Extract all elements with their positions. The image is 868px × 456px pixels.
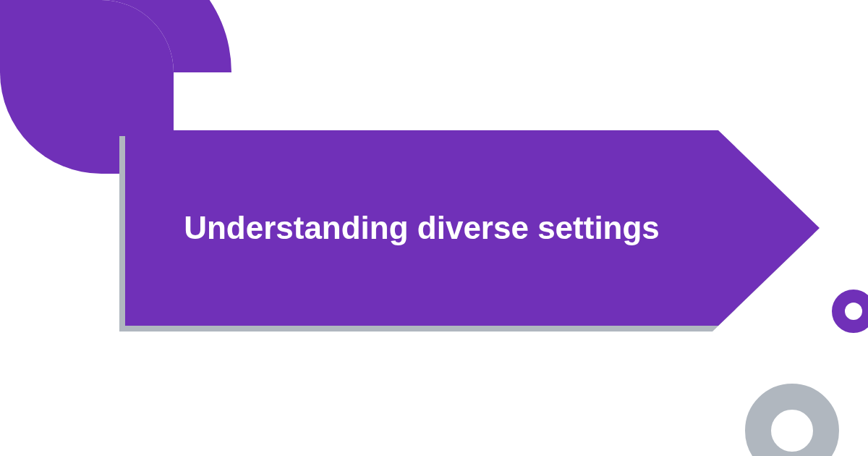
ring-small-decoration [832,290,868,333]
ring-large-decoration [745,384,839,456]
title-banner: Understanding diverse settings [119,130,814,326]
banner-title-container: Understanding diverse settings [125,130,718,326]
banner-title: Understanding diverse settings [184,210,660,246]
